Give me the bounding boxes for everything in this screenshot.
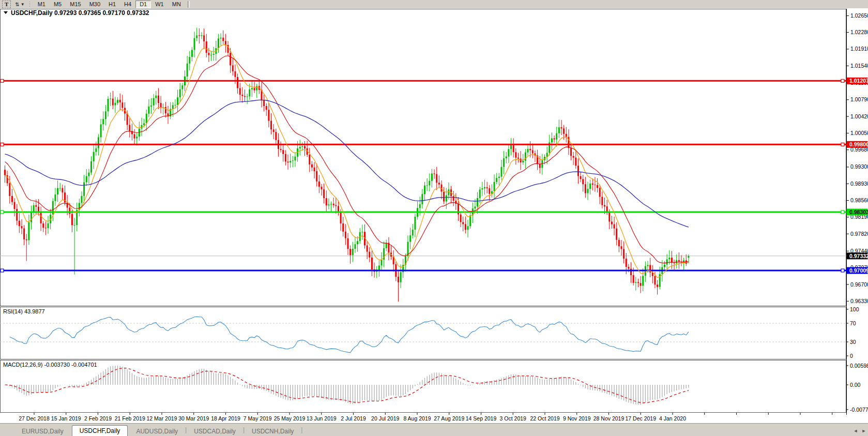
svg-text:0.005986: 0.005986 (850, 363, 868, 369)
price-tick-label: 1.00790 (850, 96, 868, 102)
tab-usdcnh-daily[interactable]: USDCNH,Daily (245, 427, 301, 436)
macd-indicator-label: MACD(12,26,9) -0.003730 -0.004701 (3, 362, 97, 368)
date-tick-label: 22 Oct 2019 (530, 415, 559, 422)
svg-text:0.99800: 0.99800 (849, 141, 868, 147)
timeframe-button-mn[interactable]: MN (168, 1, 185, 8)
tab-separator: | (301, 426, 302, 434)
top-toolbar: T ⇅ ▼ M1 M5 M15 M30 H1 H4 D1 W1 MN (0, 0, 868, 9)
chevron-down-icon[interactable]: ▼ (21, 2, 25, 7)
date-tick-label: 28 Nov 2019 (593, 415, 625, 422)
price-tick-label: 1.00420 (850, 113, 868, 119)
timeframe-button-d1[interactable]: D1 (135, 1, 151, 8)
tab-usdcad-daily[interactable]: USDCAD,Daily (187, 427, 243, 436)
date-tick-label: 3 Oct 2019 (500, 415, 527, 422)
svg-text:30: 30 (850, 339, 856, 345)
svg-text:0.97009: 0.97009 (849, 267, 868, 274)
svg-text:70: 70 (850, 320, 856, 326)
price-tick-label: 1.01910 (850, 46, 868, 52)
date-tick-label: 9 Nov 2019 (563, 415, 591, 422)
arrange-charts-icon[interactable]: ⇅ (15, 2, 19, 7)
date-tick-label: 21 Feb 2019 (115, 415, 145, 422)
price-tick-label: 0.96330 (850, 298, 868, 304)
price-tick-label: 1.00050 (850, 130, 868, 136)
tabs-scroll-right-button[interactable]: ► (860, 427, 867, 435)
date-tick-label: 20 Jul 2019 (371, 415, 399, 422)
date-tick-label: 15 Jan 2019 (51, 415, 81, 422)
date-tick-label: 13 Jun 2019 (307, 415, 337, 422)
tab-eurusd-daily[interactable]: EURUSD,Daily (14, 427, 71, 436)
svg-text:0: 0 (850, 353, 853, 359)
svg-text:0.97332: 0.97332 (849, 253, 868, 259)
text-tool-button[interactable]: T (2, 1, 11, 8)
date-tick-label: 14 Sep 2019 (466, 415, 497, 422)
svg-text:0.98303: 0.98303 (849, 209, 868, 215)
svg-text:1.01207: 1.01207 (849, 78, 868, 84)
timeframe-button-m15[interactable]: M15 (66, 1, 85, 8)
date-tick-label: 2 Jul 2019 (341, 415, 366, 422)
timeframe-button-w1[interactable]: W1 (151, 1, 168, 8)
date-tick-label: 17 Dec 2019 (625, 415, 656, 422)
date-tick-label: 18 Apr 2019 (211, 415, 240, 422)
date-tick-label: 2 Feb 2019 (84, 415, 112, 422)
timeframe-button-m30[interactable]: M30 (85, 1, 104, 8)
date-tick-label: 4 Jan 2020 (659, 415, 686, 422)
date-tick-label: 27 Aug 2019 (434, 415, 464, 422)
toolbar-grip-separator (29, 2, 31, 8)
price-tick-label: 1.02280 (850, 29, 868, 35)
svg-text:0.00: 0.00 (850, 382, 861, 388)
tab-usdchf-daily[interactable]: USDCHF,Daily (72, 425, 128, 436)
date-tick-label: 27 Dec 2018 (19, 415, 50, 422)
date-tick-label: 30 Mar 2019 (178, 415, 209, 422)
price-tick-label: 1.02650 (850, 12, 868, 19)
price-tick-label: 0.96700 (850, 281, 868, 288)
timeframe-button-h1[interactable]: H1 (104, 1, 120, 8)
date-tick-label: 12 Mar 2019 (147, 415, 177, 422)
svg-text:-0.00773: -0.00773 (850, 407, 868, 413)
tabs-scroll-left-button[interactable]: ◄ (852, 427, 859, 435)
toolbar-separator (188, 1, 190, 8)
price-tick-label: 0.97820 (850, 231, 868, 237)
tab-audusd-daily[interactable]: AUDUSD,Daily (129, 427, 185, 436)
price-tick-label: 1.01540 (850, 63, 868, 69)
chart-title: USDCHF,Daily 0.97293 0.97365 0.97170 0.9… (11, 9, 149, 17)
date-tick-label: 7 May 2019 (243, 415, 272, 422)
svg-text:100: 100 (850, 306, 859, 312)
price-tick-label: 0.98560 (850, 197, 868, 203)
chart-tabs-bar: EURUSD,Daily USDCHF,Daily AUDUSD,Daily |… (0, 423, 868, 436)
price-tick-label: 0.98930 (850, 181, 868, 187)
rsi-indicator-label: RSI(14) 43.9877 (3, 308, 45, 314)
date-tick-label: 25 May 2019 (274, 415, 306, 422)
price-tick-label: 0.99300 (850, 163, 868, 170)
timeframe-button-m1[interactable]: M1 (34, 1, 50, 8)
timeframe-button-h4[interactable]: H4 (120, 1, 135, 8)
chart-window[interactable]: 100703000.0059860.00-0.007731.026501.022… (0, 9, 868, 423)
price-chart-canvas[interactable]: 100703000.0059860.00-0.007731.026501.022… (0, 9, 868, 423)
date-tick-label: 8 Aug 2019 (403, 415, 431, 422)
timeframe-button-m5[interactable]: M5 (50, 1, 66, 8)
